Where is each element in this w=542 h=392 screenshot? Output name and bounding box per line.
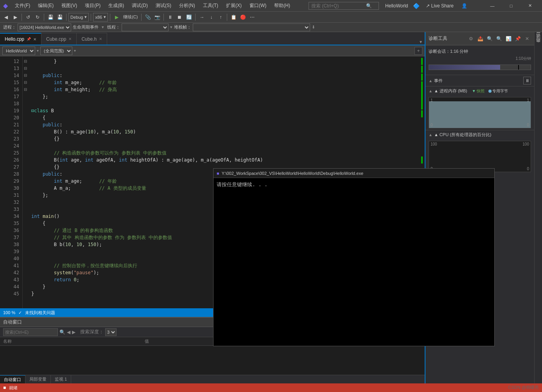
memory-section[interactable]: ▲ ▲ 进程内存 (MB) ▼ 快照 专用字节 [425,86,534,95]
close-button[interactable]: ✕ [521,0,539,12]
line-num: 30 [5,185,22,192]
step-out-button[interactable]: ↑ [216,13,225,22]
process-select[interactable]: [16024] HelloWorld.exe [18,23,71,31]
diagnostics-header: 诊断工具 ⚙ 📤 🔍 🔍 📊 📌 ✕ [425,32,534,45]
line-num: 23 [5,135,22,142]
diag-settings-icon[interactable]: ⚙ [467,35,475,43]
restart-button[interactable]: 🔄 [185,13,193,22]
more-button[interactable]: ⋯ [248,13,257,22]
auto-table-body [0,346,425,375]
memory-snapshot-btn[interactable]: ▼ 快照 [472,88,485,94]
scope-select[interactable]: HelloWorld [2,47,35,55]
stack-arrow: ⬇ [312,25,315,30]
tab-cube-cpp[interactable]: Cube.cpp ✕ [41,33,77,45]
platform-label: x86 [95,15,102,20]
menu-project[interactable]: 项目(P) [83,2,103,10]
function-select[interactable]: (全局范围) [40,47,72,55]
line-num: 28 [5,171,22,178]
line-num: 31 [5,192,22,199]
depth-select[interactable]: 3 [105,328,117,336]
live-share-button[interactable]: ↗ Live Share [423,3,457,9]
menu-tools[interactable]: 工具(T) [201,2,221,10]
menu-extensions[interactable]: 扩展(X) [224,2,244,10]
auto-search-input[interactable] [3,328,58,336]
play-button[interactable]: ▶ [112,13,121,22]
debug-mode-dropdown[interactable]: Debug ▾ [68,13,89,22]
maximize-button[interactable]: □ [502,0,520,12]
undo-button[interactable]: ↺ [24,13,32,22]
search-box[interactable]: 🔍 [309,2,379,10]
step-into-button[interactable]: ↓ [207,13,215,22]
fold-marker[interactable]: ⊟ [23,86,28,93]
cpu-max-left: 100 [522,142,529,146]
save-button[interactable]: 💾 [46,13,55,22]
debug-mode-label: Debug [70,15,83,20]
filter-icon: ▾ [170,25,172,30]
diag-zoom-out-icon[interactable]: 🔍 [495,35,503,43]
diag-zoom-in-icon[interactable]: 🔍 [486,35,494,43]
fold-marker[interactable]: ⊟ [23,58,28,65]
tab-close[interactable]: ✕ [68,37,72,41]
menu-view[interactable]: 视图(V) [59,2,79,10]
platform-dropdown[interactable]: x86 ▾ [93,13,108,22]
diag-pin-icon[interactable]: 📌 [514,35,522,43]
search-input[interactable] [311,3,366,9]
menu-build[interactable]: 生成(B) [106,2,126,10]
toolbar-sep-2 [44,14,44,21]
arrow-right[interactable]: ▶ [72,329,75,335]
line-num: 42 [5,269,22,276]
diag-chart-icon[interactable]: 📊 [504,35,512,43]
attach-button[interactable]: 📎 [144,13,152,22]
auto-tab-auto[interactable]: 自动窗口 [0,375,25,384]
redo-button[interactable]: ↻ [33,13,42,22]
tab-menu-button[interactable]: ▾ [417,39,425,45]
auto-tab-watch[interactable]: 监视 1 [51,375,71,384]
arrow-left[interactable]: ◀ [67,329,70,335]
cpu-section[interactable]: ▲ ▲ CPU (所有处理器的百分比) [425,130,534,139]
menu-debug[interactable]: 调试(D) [129,2,150,10]
menu-test[interactable]: 测试(S) [153,2,174,10]
timeline-label: 1:10分钟 [429,56,531,61]
pause-button[interactable]: ⏸ [166,13,174,22]
diag-export-icon[interactable]: 📤 [476,35,484,43]
line-num: 24 [5,142,22,149]
fold-marker[interactable]: ⊟ [23,65,28,72]
call-stack-button[interactable]: 📋 [229,13,238,22]
diag-close-icon[interactable]: ✕ [523,35,531,43]
stack-select[interactable] [193,23,310,31]
menu-help[interactable]: 帮助(H) [272,2,293,10]
split-editor-button[interactable]: + [415,47,422,55]
vtab-2[interactable]: 选定内容 [535,45,542,48]
thread-select[interactable] [122,23,169,31]
step-over-button[interactable]: → [197,13,206,22]
breakpoints-button[interactable]: 🔴 [239,13,247,22]
menu-analyze[interactable]: 分析(N) [177,2,197,10]
forward-button[interactable]: ▶ [11,13,20,22]
menu-file[interactable]: 文件(F) [13,2,32,10]
live-share-icon: ↗ [426,3,430,9]
menu-window[interactable]: 窗口(W) [247,2,269,10]
cpu-max-right: 100 [431,142,437,146]
save-all-button[interactable]: 💾 [56,13,64,22]
stop-button[interactable]: ⏹ [175,13,184,22]
events-pause-button[interactable]: ⏸ [523,77,531,85]
events-section[interactable]: ▲ 事件 ⏸ [425,75,534,86]
tab-hello-cpp[interactable]: Hello.cpp 📌 ✕ [0,33,41,45]
vtab-0[interactable]: 泛化编辑器 [535,35,542,38]
tab-close[interactable]: ✕ [99,37,102,41]
fold-marker[interactable]: ⊟ [23,79,28,86]
timeline-container: 1:10分钟 [429,56,531,72]
line-num: 29 [5,178,22,185]
vtab-1[interactable]: 调试器 [535,40,542,43]
menu-edit[interactable]: 编辑(E) [36,2,56,10]
back-button[interactable]: ◀ [2,13,10,22]
screenshot-button[interactable]: 📷 [153,13,162,22]
tab-close[interactable]: ✕ [33,37,36,41]
line-num: 40 [5,255,22,262]
tab-cube-h[interactable]: Cube.h ✕ [77,33,107,45]
minimize-button[interactable]: — [483,0,501,12]
line-num: 27 [5,164,22,171]
auto-tab-locals[interactable]: 局部变量 [25,375,51,384]
fold-marker[interactable]: ⊟ [23,72,28,79]
memory-min-right: 0 [431,123,433,127]
